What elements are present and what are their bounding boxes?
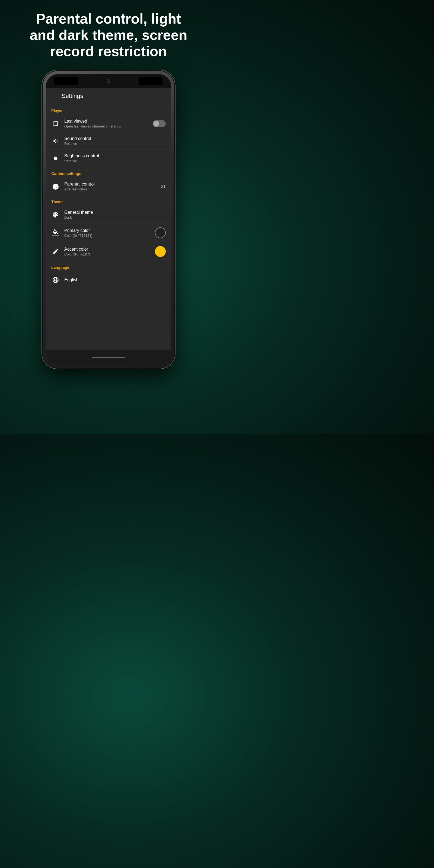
parental-control-text: Parental control Age restriction bbox=[64, 182, 156, 191]
brightness-control-text: Brightness control Relative bbox=[64, 154, 166, 163]
general-theme-label: General theme bbox=[64, 210, 166, 215]
primary-color-item[interactable]: Primary color Color(0xff212121) bbox=[46, 223, 171, 242]
parental-control-label: Parental control bbox=[64, 182, 156, 187]
notch-right bbox=[138, 77, 163, 85]
section-player-header: Player bbox=[46, 104, 171, 115]
brightness-icon bbox=[51, 154, 60, 163]
palette-icon bbox=[51, 211, 60, 219]
last-viewed-item[interactable]: Last viewed Open last viewed channel on … bbox=[46, 115, 171, 132]
phone-frame: ← Settings Player Last viewed Open last … bbox=[42, 70, 175, 369]
accent-color-item[interactable]: Accent color Color(0xffffc107) bbox=[46, 242, 171, 261]
bookmark-icon bbox=[51, 119, 60, 128]
parental-control-sublabel: Age restriction bbox=[64, 187, 156, 191]
volume-icon bbox=[51, 137, 60, 145]
sound-control-text: Sound control Relative bbox=[64, 136, 166, 146]
home-indicator bbox=[92, 357, 125, 358]
settings-header: ← Settings bbox=[46, 88, 171, 104]
pen-icon bbox=[51, 247, 60, 256]
section-content-header: Content settings bbox=[46, 167, 171, 178]
sound-control-label: Sound control bbox=[64, 136, 166, 141]
section-language-header: Language bbox=[46, 261, 171, 272]
accent-color-sublabel: Color(0xffffc107) bbox=[64, 252, 151, 256]
globe-icon bbox=[51, 276, 60, 284]
side-button bbox=[175, 130, 176, 146]
primary-color-sublabel: Color(0xff212121) bbox=[64, 234, 151, 238]
general-theme-sublabel: Dark bbox=[64, 215, 166, 219]
primary-color-label: Primary color bbox=[64, 228, 151, 233]
parental-control-value: 21 bbox=[161, 184, 166, 189]
primary-color-text: Primary color Color(0xff212121) bbox=[64, 228, 151, 238]
last-viewed-label: Last viewed bbox=[64, 119, 148, 124]
svg-point-0 bbox=[54, 156, 58, 160]
status-bar bbox=[46, 74, 171, 88]
accent-color-text: Accent color Color(0xffffc107) bbox=[64, 247, 151, 256]
notch-left bbox=[54, 77, 79, 85]
parental-control-item[interactable]: Parental control Age restriction 21 bbox=[46, 178, 171, 195]
last-viewed-text: Last viewed Open last viewed channel on … bbox=[64, 119, 148, 128]
last-viewed-toggle[interactable] bbox=[153, 120, 166, 127]
settings-content: Player Last viewed Open last viewed chan… bbox=[46, 104, 171, 365]
back-button[interactable]: ← bbox=[51, 93, 57, 99]
front-camera bbox=[106, 79, 111, 83]
brightness-control-sublabel: Relative bbox=[64, 159, 166, 163]
brightness-control-item[interactable]: Brightness control Relative bbox=[46, 150, 171, 167]
sound-control-sublabel: Relative bbox=[64, 142, 166, 146]
brightness-control-label: Brightness control bbox=[64, 154, 166, 158]
bucket-icon bbox=[51, 228, 60, 237]
language-text: English bbox=[64, 278, 166, 282]
page-title: Settings bbox=[62, 93, 83, 99]
accent-color-label: Accent color bbox=[64, 247, 151, 252]
accent-color-swatch bbox=[155, 246, 166, 257]
section-theme-header: Theme bbox=[46, 195, 171, 206]
toggle-knob bbox=[153, 121, 159, 127]
sound-control-item[interactable]: Sound control Relative bbox=[46, 132, 171, 150]
phone-bottom-bar bbox=[46, 350, 171, 365]
general-theme-text: General theme Dark bbox=[64, 210, 166, 219]
language-label: English bbox=[64, 278, 166, 282]
last-viewed-sublabel: Open last viewed channel on startup bbox=[64, 124, 148, 128]
phone-screen: ← Settings Player Last viewed Open last … bbox=[46, 74, 171, 365]
language-item[interactable]: English bbox=[46, 272, 171, 288]
general-theme-item[interactable]: General theme Dark bbox=[46, 206, 171, 223]
primary-color-swatch bbox=[155, 227, 166, 238]
page-headline: Parental control, light and dark theme, … bbox=[5, 0, 212, 67]
parental-icon bbox=[51, 182, 60, 191]
